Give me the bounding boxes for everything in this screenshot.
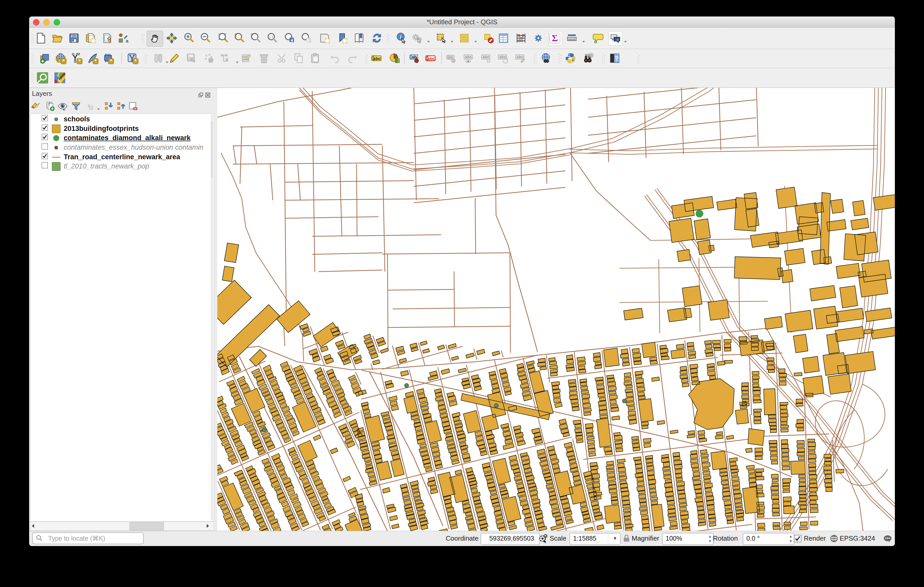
svg-text:abc: abc [427, 56, 435, 61]
svg-text:abc: abc [483, 54, 490, 59]
svg-text:*: * [134, 58, 137, 64]
svg-text:abc: abc [373, 56, 381, 61]
svg-text:*: * [94, 58, 97, 64]
svg-text:abc: abc [516, 54, 524, 59]
svg-text:1:1: 1:1 [269, 35, 274, 39]
svg-text:*: * [63, 58, 65, 64]
svg-text:*: * [110, 58, 112, 64]
svg-text:?: ? [615, 55, 619, 62]
svg-text:Σ: Σ [552, 33, 558, 43]
svg-text:ab: ab [448, 55, 453, 59]
svg-text:*: * [78, 58, 81, 64]
svg-text:abc: abc [465, 54, 472, 59]
svg-text:a: a [126, 38, 129, 44]
svg-text:i: i [400, 34, 401, 40]
